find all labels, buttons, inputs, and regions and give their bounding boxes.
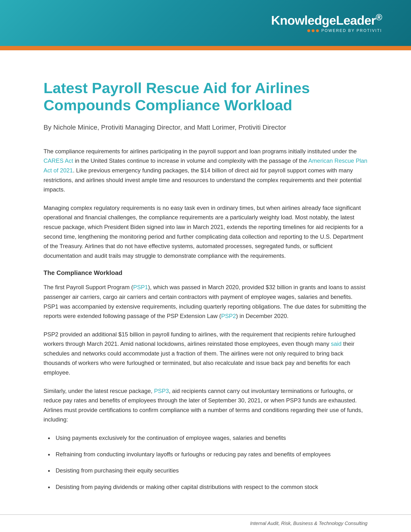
- dot-1: [307, 29, 310, 32]
- paragraph-2: Managing complex regulatory requirements…: [44, 203, 367, 261]
- bullet-item-1: Using payments exclusively for the conti…: [53, 433, 367, 443]
- sp3-before: Similarly, under the latest rescue packa…: [44, 388, 154, 394]
- footer-text: Internal Audit, Risk, Business & Technol…: [250, 521, 367, 526]
- dot-3: [316, 29, 319, 32]
- p1-text-before: The compliance requirements for airlines…: [44, 148, 357, 154]
- p1-text-middle: in the United States continue to increas…: [73, 157, 308, 164]
- page-wrapper: KnowledgeLeader® POWERED BY PROTIVITI La…: [0, 0, 411, 532]
- footer: Internal Audit, Risk, Business & Technol…: [0, 514, 411, 532]
- section-paragraph-1: The first Payroll Support Program (PSP1)…: [44, 283, 367, 321]
- sp2-before: PSP2 provided an additional $15 billion …: [44, 331, 355, 347]
- psp2-link[interactable]: PSP2: [221, 313, 236, 319]
- main-content: Latest Payroll Rescue Aid for Airlines C…: [0, 50, 411, 520]
- powered-by-text: POWERED BY PROTIVITI: [321, 28, 382, 33]
- bullet-item-4: Desisting from paying dividends or makin…: [53, 482, 367, 492]
- sp1-end: ) in December 2020.: [236, 313, 289, 319]
- article-author: By Nichole Minice, Protiviti Managing Di…: [44, 123, 367, 132]
- section-paragraph-2: PSP2 provided an additional $15 billion …: [44, 330, 367, 378]
- article-title: Latest Payroll Rescue Aid for Airlines C…: [44, 79, 367, 114]
- section-heading: The Compliance Workload: [44, 269, 367, 277]
- said-link[interactable]: said: [331, 341, 342, 347]
- paragraph-1: The compliance requirements for airlines…: [44, 147, 367, 194]
- orange-bar: [0, 46, 411, 50]
- brand-dots-row: POWERED BY PROTIVITI: [307, 28, 382, 33]
- brand-block: KnowledgeLeader® POWERED BY PROTIVITI: [271, 13, 382, 33]
- section-paragraph-3: Similarly, under the latest rescue packa…: [44, 386, 367, 424]
- bullet-item-2: Refraining from conducting involuntary l…: [53, 449, 367, 459]
- p1-text-after: . Like previous emergency funding packag…: [44, 167, 361, 193]
- sp1-before: The first Payroll Support Program (: [44, 284, 133, 290]
- header: KnowledgeLeader® POWERED BY PROTIVITI: [0, 0, 411, 46]
- brand-dots: [307, 29, 319, 32]
- psp1-link[interactable]: PSP1: [133, 284, 148, 290]
- brand-name: KnowledgeLeader®: [271, 13, 382, 27]
- cares-act-link[interactable]: CARES Act: [44, 157, 73, 164]
- bullet-item-3: Desisting from purchasing their equity s…: [53, 466, 367, 475]
- dot-2: [312, 29, 315, 32]
- psp3-link[interactable]: PSP3: [154, 388, 169, 394]
- bullet-list: Using payments exclusively for the conti…: [53, 433, 367, 492]
